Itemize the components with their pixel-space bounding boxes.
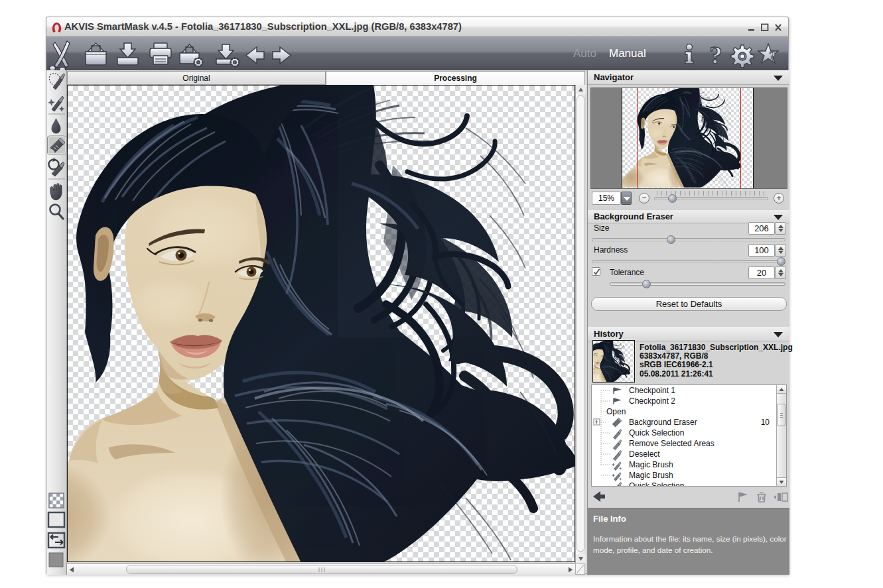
- svg-text:?: ?: [769, 49, 776, 64]
- svg-text:?: ?: [710, 41, 722, 69]
